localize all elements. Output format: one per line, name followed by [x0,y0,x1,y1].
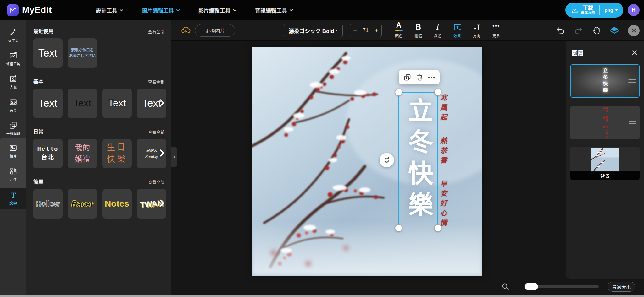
panel-collapse-button[interactable] [171,147,177,167]
text-template-tile[interactable]: 素敵な休日を お過ごし下さい [68,38,97,68]
section-header-daily: 日常 查看全部 [26,127,171,135]
direction-button[interactable]: 方向 [467,20,486,41]
text-template-tile[interactable]: 我的 婚禮 [68,139,97,168]
resize-handle-top-left[interactable] [395,89,402,96]
text-icon [9,191,17,199]
drag-handle-icon[interactable] [629,119,636,126]
main-text-layer[interactable]: 立冬快樂 [406,97,431,223]
image-repair-icon [9,51,17,60]
user-avatar[interactable]: H [628,4,640,16]
rail-item-elements[interactable]: 元件 [0,166,26,183]
hand-tool-button[interactable] [591,26,601,35]
chevron-down-icon [176,8,180,11]
font-family-select[interactable]: 源柔ゴシック Bold [284,24,343,37]
layers-panel-title: 圖層 [572,48,584,57]
section-title: 日常 [33,127,43,135]
close-layers-icon[interactable] [631,50,638,56]
view-all-link[interactable]: 查看全部 [148,179,164,185]
text-template-tile[interactable]: Racer [68,189,97,219]
accent-text-layer[interactable]: 寒風起 熱茶香 早安好心情 [440,94,447,243]
view-all-link[interactable]: 查看全部 [148,129,164,135]
layer-item-background[interactable]: 背景 [570,147,640,180]
text-template-tile[interactable]: Text [68,89,97,118]
upload-cloud-icon[interactable] [181,25,191,37]
italic-button[interactable]: I 斜體 [428,20,447,41]
font-size-increase-button[interactable]: + [371,24,381,37]
more-options-button[interactable] [428,77,435,78]
layers-toggle-button[interactable] [609,25,619,35]
bold-button[interactable]: B 粗體 [408,20,428,41]
text-template-tile[interactable]: Hollow [33,189,63,219]
text-template-tile[interactable]: Notes [102,189,132,219]
section-title: 最近使用 [33,27,53,35]
text-template-tile[interactable]: Text [102,89,132,118]
tile-row-recent: Text 素敵な休日を お過ごし下さい [26,38,171,68]
replace-image-button[interactable]: 更換圖片 [195,24,235,37]
rail-item-portrait[interactable]: 人像 [0,73,26,91]
download-label: 下載 [583,5,593,11]
layers-panel: 圖層 立冬快樂 寒風起 熱茶香 早安好心情 [566,41,644,279]
chevron-down-icon [120,8,123,11]
photo-icon [9,144,17,152]
rail-item-ai-tools[interactable]: AI 工具 [0,27,26,44]
format-buttons: A 顏色 B 粗體 I 斜體 [389,20,506,41]
delete-button[interactable] [416,74,423,81]
text-direction-icon [473,23,481,31]
menu-video-tools[interactable]: 影片編輯工具 [198,6,236,14]
font-size-decrease-button[interactable]: − [350,24,360,37]
tool-rail: AI 工具 修復工具 人像 [0,20,26,297]
format-dropdown[interactable]: png [600,8,624,13]
close-icon [631,28,636,33]
magnifier-icon[interactable] [501,283,510,291]
fit-to-screen-button[interactable]: 最適大小 [608,282,635,292]
resize-handle-top-right[interactable] [434,89,441,96]
duplicate-button[interactable] [403,73,411,81]
color-button[interactable]: A 顏色 [389,20,408,41]
layer-item-accent-text[interactable]: 寒風起 熱茶香 早安好心情 [570,106,640,139]
background-image[interactable] [252,47,482,276]
rail-item-text[interactable]: 文字 [0,188,26,209]
zoom-slider-thumb[interactable] [525,283,538,290]
tile-row-simple: Hollow Racer Notes TWAN [26,189,171,219]
redo-button[interactable] [574,26,583,35]
view-all-link[interactable]: 查看全部 [148,78,164,84]
text-selection-box[interactable]: 立冬快樂 [398,92,438,228]
close-editor-button[interactable] [628,25,640,36]
menu-image-tools[interactable]: 圖片編輯工具 [142,6,179,14]
rail-item-repair-tools[interactable]: 修復工具 [0,50,26,68]
effects-button[interactable]: 效果 [447,20,467,41]
drag-handle-icon[interactable] [628,78,636,84]
duplicate-icon [403,73,411,81]
font-size-value[interactable]: 71 [360,24,371,37]
media-rail-section: 相片 元件 [0,138,26,188]
font-name: 源柔ゴシック Bold [289,27,334,35]
view-all-link[interactable]: 查看全部 [148,28,164,34]
rotate-handle[interactable] [380,153,394,167]
layer-item-main-text[interactable]: 立冬快樂 [570,64,640,98]
undo-button[interactable] [556,26,565,35]
zoom-slider[interactable] [524,285,599,288]
myedit-logo-icon[interactable] [7,4,19,16]
rail-item-general-edit[interactable]: 一般編輯 [0,120,26,137]
menu-design-tools[interactable]: 設計工具 [96,6,122,14]
chevron-down-icon [290,8,293,11]
text-template-tile[interactable]: Text [33,38,63,68]
add-icon[interactable] [2,139,6,143]
top-navbar: MyEdit 設計工具 圖片編輯工具 影片編輯工具 音訊編輯工具 [0,0,644,20]
text-template-tile[interactable]: Hello 台北 [33,139,63,168]
menu-audio-tools[interactable]: 音訊編輯工具 [255,6,292,14]
section-title: 簡單 [33,178,43,185]
resize-handle-bottom-left[interactable] [395,224,402,232]
main-menu: 設計工具 圖片編輯工具 影片編輯工具 音訊編輯工具 [96,6,292,14]
rail-item-background[interactable]: 背景 [0,97,26,114]
resize-handle-bottom-right[interactable] [434,224,441,232]
more-button[interactable]: ••• 更多 [486,20,506,41]
text-template-tile[interactable]: 生日 快樂 [102,139,132,168]
rail-item-photos[interactable]: 相片 [0,143,26,160]
text-template-tile[interactable]: Text [33,89,63,118]
text-edit-toolbar: 更換圖片 源柔ゴシック Bold − 71 + A 顏色 B 粗 [171,20,644,41]
no-watermark-label: 無浮水印 [581,11,595,15]
section-title: 基本 [33,77,43,85]
download-button[interactable]: 下載 無浮水印 png [565,3,624,18]
brand-name: MyEdit [22,5,52,15]
